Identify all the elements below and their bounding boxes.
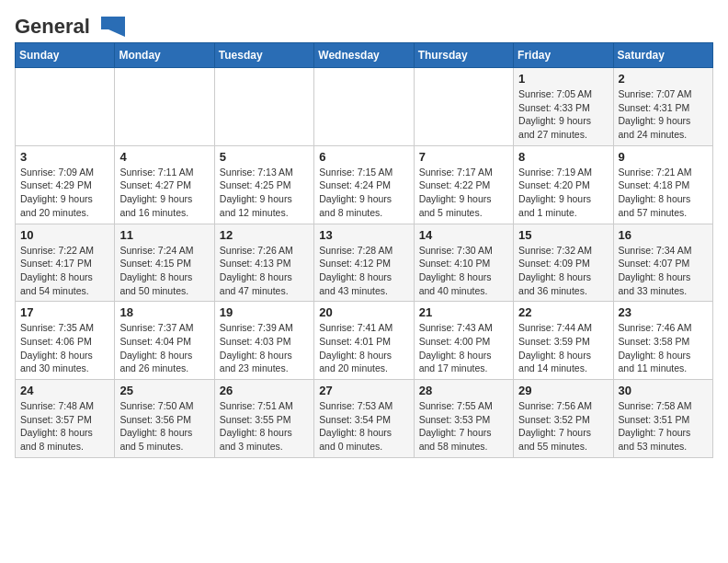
day-info: Sunrise: 7:50 AM Sunset: 3:56 PM Dayligh… bbox=[119, 399, 209, 454]
calendar-day-header: Saturday bbox=[613, 43, 712, 68]
calendar-cell: 27Sunrise: 7:53 AM Sunset: 3:54 PM Dayli… bbox=[314, 380, 414, 458]
calendar-cell: 12Sunrise: 7:26 AM Sunset: 4:13 PM Dayli… bbox=[214, 224, 313, 302]
calendar-cell: 21Sunrise: 7:43 AM Sunset: 4:00 PM Dayli… bbox=[414, 302, 513, 380]
calendar-cell: 14Sunrise: 7:30 AM Sunset: 4:10 PM Dayli… bbox=[414, 224, 513, 302]
day-number: 15 bbox=[518, 228, 608, 242]
svg-marker-1 bbox=[108, 29, 125, 37]
calendar-cell: 13Sunrise: 7:28 AM Sunset: 4:12 PM Dayli… bbox=[314, 224, 414, 302]
day-info: Sunrise: 7:17 AM Sunset: 4:22 PM Dayligh… bbox=[419, 166, 508, 220]
day-info: Sunrise: 7:11 AM Sunset: 4:27 PM Dayligh… bbox=[119, 166, 209, 220]
day-info: Sunrise: 7:30 AM Sunset: 4:10 PM Dayligh… bbox=[419, 244, 508, 298]
day-info: Sunrise: 7:51 AM Sunset: 3:55 PM Dayligh… bbox=[220, 399, 309, 454]
day-info: Sunrise: 7:56 AM Sunset: 3:52 PM Dayligh… bbox=[518, 399, 608, 454]
svg-marker-0 bbox=[101, 17, 125, 29]
calendar-cell: 18Sunrise: 7:37 AM Sunset: 4:04 PM Dayli… bbox=[115, 302, 214, 380]
day-info: Sunrise: 7:55 AM Sunset: 3:53 PM Dayligh… bbox=[419, 399, 508, 454]
calendar-cell: 10Sunrise: 7:22 AM Sunset: 4:17 PM Dayli… bbox=[16, 224, 115, 302]
day-info: Sunrise: 7:39 AM Sunset: 4:03 PM Dayligh… bbox=[220, 321, 309, 375]
day-number: 10 bbox=[20, 228, 109, 242]
day-info: Sunrise: 7:19 AM Sunset: 4:20 PM Dayligh… bbox=[518, 166, 608, 220]
day-info: Sunrise: 7:24 AM Sunset: 4:15 PM Dayligh… bbox=[119, 244, 209, 298]
calendar-cell: 30Sunrise: 7:58 AM Sunset: 3:51 PM Dayli… bbox=[613, 380, 712, 458]
day-info: Sunrise: 7:34 AM Sunset: 4:07 PM Dayligh… bbox=[619, 244, 708, 298]
day-number: 25 bbox=[119, 384, 209, 397]
day-info: Sunrise: 7:07 AM Sunset: 4:31 PM Dayligh… bbox=[619, 87, 708, 142]
day-info: Sunrise: 7:26 AM Sunset: 4:13 PM Dayligh… bbox=[220, 244, 309, 298]
calendar-cell bbox=[16, 68, 115, 146]
calendar-cell: 6Sunrise: 7:15 AM Sunset: 4:24 PM Daylig… bbox=[314, 145, 414, 224]
day-info: Sunrise: 7:35 AM Sunset: 4:06 PM Dayligh… bbox=[20, 321, 109, 375]
day-number: 26 bbox=[220, 384, 309, 397]
day-number: 28 bbox=[419, 384, 508, 397]
calendar-cell: 7Sunrise: 7:17 AM Sunset: 4:22 PM Daylig… bbox=[414, 145, 513, 224]
day-info: Sunrise: 7:58 AM Sunset: 3:51 PM Dayligh… bbox=[619, 399, 708, 454]
calendar-cell bbox=[314, 68, 414, 146]
logo-icon bbox=[92, 17, 125, 37]
day-number: 27 bbox=[319, 384, 408, 397]
calendar-cell: 26Sunrise: 7:51 AM Sunset: 3:55 PM Dayli… bbox=[214, 380, 313, 458]
calendar-cell: 5Sunrise: 7:13 AM Sunset: 4:25 PM Daylig… bbox=[214, 145, 313, 224]
day-info: Sunrise: 7:48 AM Sunset: 3:57 PM Dayligh… bbox=[20, 399, 109, 454]
calendar-cell: 1Sunrise: 7:05 AM Sunset: 4:33 PM Daylig… bbox=[514, 68, 613, 146]
day-number: 16 bbox=[619, 228, 708, 242]
calendar-cell: 19Sunrise: 7:39 AM Sunset: 4:03 PM Dayli… bbox=[214, 302, 313, 380]
calendar-day-header: Wednesday bbox=[314, 43, 414, 68]
day-info: Sunrise: 7:21 AM Sunset: 4:18 PM Dayligh… bbox=[619, 166, 708, 220]
day-number: 17 bbox=[20, 305, 109, 319]
calendar-cell: 3Sunrise: 7:09 AM Sunset: 4:29 PM Daylig… bbox=[16, 145, 115, 224]
day-number: 20 bbox=[319, 305, 408, 319]
calendar-day-header: Tuesday bbox=[214, 43, 313, 68]
page-header: General bbox=[15, 15, 713, 35]
day-number: 24 bbox=[20, 384, 109, 397]
day-number: 8 bbox=[518, 150, 608, 164]
calendar-day-header: Sunday bbox=[16, 43, 115, 68]
calendar-week-row: 3Sunrise: 7:09 AM Sunset: 4:29 PM Daylig… bbox=[16, 145, 713, 224]
calendar-day-header: Friday bbox=[514, 43, 613, 68]
day-number: 12 bbox=[220, 228, 309, 242]
day-info: Sunrise: 7:46 AM Sunset: 3:58 PM Dayligh… bbox=[619, 321, 708, 375]
day-number: 9 bbox=[619, 150, 708, 164]
calendar-cell: 9Sunrise: 7:21 AM Sunset: 4:18 PM Daylig… bbox=[613, 145, 712, 224]
day-info: Sunrise: 7:28 AM Sunset: 4:12 PM Dayligh… bbox=[319, 244, 408, 298]
calendar-cell: 25Sunrise: 7:50 AM Sunset: 3:56 PM Dayli… bbox=[115, 380, 214, 458]
day-number: 19 bbox=[220, 305, 309, 319]
calendar-cell: 8Sunrise: 7:19 AM Sunset: 4:20 PM Daylig… bbox=[514, 145, 613, 224]
calendar-cell: 28Sunrise: 7:55 AM Sunset: 3:53 PM Dayli… bbox=[414, 380, 513, 458]
day-number: 6 bbox=[319, 150, 408, 164]
calendar-body: 1Sunrise: 7:05 AM Sunset: 4:33 PM Daylig… bbox=[16, 68, 713, 458]
calendar-cell bbox=[115, 68, 214, 146]
day-info: Sunrise: 7:09 AM Sunset: 4:29 PM Dayligh… bbox=[20, 166, 109, 220]
calendar-cell: 22Sunrise: 7:44 AM Sunset: 3:59 PM Dayli… bbox=[514, 302, 613, 380]
day-number: 18 bbox=[119, 305, 209, 319]
day-number: 30 bbox=[619, 384, 708, 397]
calendar-day-header: Monday bbox=[115, 43, 214, 68]
day-info: Sunrise: 7:05 AM Sunset: 4:33 PM Dayligh… bbox=[518, 87, 608, 142]
day-info: Sunrise: 7:44 AM Sunset: 3:59 PM Dayligh… bbox=[518, 321, 608, 375]
day-number: 29 bbox=[518, 384, 608, 397]
day-number: 7 bbox=[419, 150, 508, 164]
calendar-week-row: 24Sunrise: 7:48 AM Sunset: 3:57 PM Dayli… bbox=[16, 380, 713, 458]
day-number: 14 bbox=[419, 228, 508, 242]
calendar-cell: 17Sunrise: 7:35 AM Sunset: 4:06 PM Dayli… bbox=[16, 302, 115, 380]
day-number: 5 bbox=[220, 150, 309, 164]
day-info: Sunrise: 7:32 AM Sunset: 4:09 PM Dayligh… bbox=[518, 244, 608, 298]
day-number: 23 bbox=[619, 305, 708, 319]
day-info: Sunrise: 7:41 AM Sunset: 4:01 PM Dayligh… bbox=[319, 321, 408, 375]
calendar-cell: 2Sunrise: 7:07 AM Sunset: 4:31 PM Daylig… bbox=[613, 68, 712, 146]
day-info: Sunrise: 7:15 AM Sunset: 4:24 PM Dayligh… bbox=[319, 166, 408, 220]
logo: General bbox=[15, 15, 125, 35]
calendar-day-header: Thursday bbox=[414, 43, 513, 68]
calendar-cell: 29Sunrise: 7:56 AM Sunset: 3:52 PM Dayli… bbox=[514, 380, 613, 458]
day-info: Sunrise: 7:13 AM Sunset: 4:25 PM Dayligh… bbox=[220, 166, 309, 220]
day-number: 1 bbox=[518, 72, 608, 86]
calendar-cell: 23Sunrise: 7:46 AM Sunset: 3:58 PM Dayli… bbox=[613, 302, 712, 380]
calendar-header: SundayMondayTuesdayWednesdayThursdayFrid… bbox=[16, 43, 713, 68]
logo-general: General bbox=[15, 15, 90, 39]
calendar-cell: 11Sunrise: 7:24 AM Sunset: 4:15 PM Dayli… bbox=[115, 224, 214, 302]
day-number: 3 bbox=[20, 150, 109, 164]
calendar-cell: 4Sunrise: 7:11 AM Sunset: 4:27 PM Daylig… bbox=[115, 145, 214, 224]
calendar-cell bbox=[414, 68, 513, 146]
calendar-cell: 24Sunrise: 7:48 AM Sunset: 3:57 PM Dayli… bbox=[16, 380, 115, 458]
calendar-week-row: 1Sunrise: 7:05 AM Sunset: 4:33 PM Daylig… bbox=[16, 68, 713, 146]
day-info: Sunrise: 7:22 AM Sunset: 4:17 PM Dayligh… bbox=[20, 244, 109, 298]
